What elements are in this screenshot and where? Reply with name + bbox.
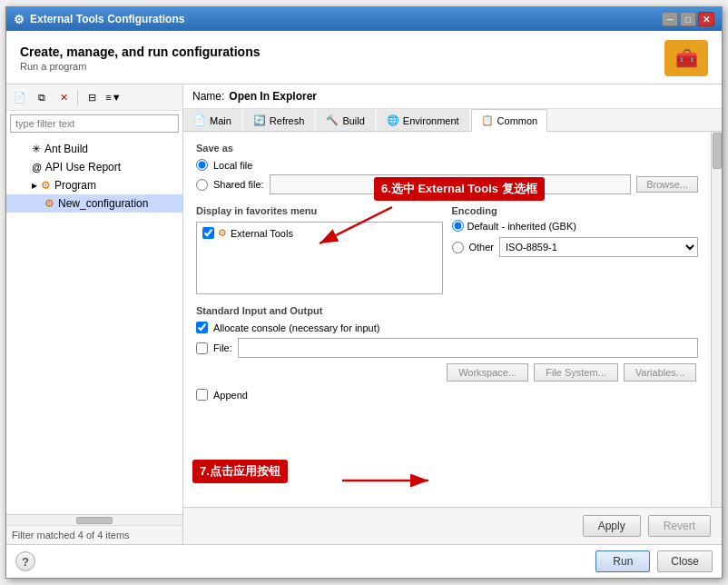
main-tab-icon: 📄	[193, 114, 206, 126]
left-panel: 📄 ⧉ ✕ ⊟ ≡▼ ✳ Ant Build @ API Use Report …	[6, 84, 183, 544]
encoding-default-label: Default - inherited (GBK)	[467, 221, 576, 232]
close-button[interactable]: Close	[657, 550, 713, 572]
local-file-radio[interactable]	[196, 159, 208, 171]
right-scrollbar[interactable]	[711, 132, 722, 507]
file-buttons: Workspace... File System... Variables...	[196, 363, 698, 382]
append-checkbox[interactable]	[196, 389, 208, 401]
tab-main[interactable]: 📄 Main	[183, 109, 241, 131]
apply-button[interactable]: Apply	[583, 515, 641, 537]
run-button[interactable]: Run	[595, 550, 650, 572]
refresh-tab-icon: 🔄	[253, 114, 266, 126]
main-tab-label: Main	[210, 115, 231, 126]
std-io-section: Standard Input and Output Allocate conso…	[196, 305, 698, 401]
tree-item-ant-build[interactable]: ✳ Ant Build	[6, 140, 182, 158]
tree-area: ✳ Ant Build @ API Use Report ▸ ⚙ Program…	[6, 136, 182, 514]
new-config-label: New_configuration	[58, 197, 148, 210]
tab-environment[interactable]: 🌐 Environment	[377, 109, 469, 131]
program-icon: ⚙	[41, 179, 51, 192]
file-row: File:	[196, 338, 698, 358]
config-button[interactable]: ≡▼	[103, 87, 123, 107]
window-title: External Tools Configurations	[30, 13, 184, 25]
tree-item-program[interactable]: ▸ ⚙ Program	[6, 176, 182, 194]
horizontal-scroll[interactable]	[6, 514, 182, 525]
tab-common[interactable]: 📋 Common	[471, 109, 548, 132]
shared-file-input[interactable]	[270, 174, 631, 194]
save-as-label: Save as	[196, 143, 698, 154]
window-icon: ⚙	[14, 13, 25, 26]
display-favorites-list: ⚙ External Tools	[196, 222, 443, 294]
name-bar: Name: Open In Explorer	[183, 84, 722, 109]
encoding-other-radio[interactable]	[452, 242, 464, 253]
header-section: Create, manage, and run configurations R…	[6, 31, 722, 84]
build-tab-icon: 🔨	[326, 114, 339, 126]
toolbox-icon: 🧰	[675, 47, 698, 69]
tabs-bar: 📄 Main 🔄 Refresh 🔨 Build 🌐 Environment 📋	[183, 109, 722, 132]
variables-button[interactable]: Variables...	[624, 363, 696, 382]
encoding-default-radio[interactable]	[452, 220, 464, 232]
shared-file-radio[interactable]	[196, 179, 208, 191]
shared-file-label: Shared file:	[213, 179, 264, 190]
allocate-console-row: Allocate console (necessary for input)	[196, 322, 698, 333]
minimize-button[interactable]: ─	[662, 12, 678, 26]
maximize-button[interactable]: □	[680, 12, 696, 26]
toolbar-separator	[77, 89, 78, 105]
env-tab-icon: 🌐	[387, 114, 399, 126]
duplicate-config-button[interactable]: ⧉	[32, 87, 52, 107]
collapse-button[interactable]: ⊟	[82, 87, 102, 107]
encoding-default-row: Default - inherited (GBK)	[452, 220, 699, 232]
two-col-section: Display in favorites menu ⚙ External Too…	[196, 205, 698, 294]
tree-item-api-use-report[interactable]: @ API Use Report	[6, 158, 182, 176]
local-file-label: Local file	[213, 160, 252, 171]
new-config-button[interactable]: 📄	[10, 87, 30, 107]
workspace-button[interactable]: Workspace...	[447, 363, 528, 382]
name-label: Name:	[192, 90, 224, 103]
close-window-button[interactable]: ✕	[698, 12, 714, 26]
allocate-console-label: Allocate console (necessary for input)	[213, 322, 379, 333]
file-checkbox[interactable]	[196, 342, 208, 354]
browse-button[interactable]: Browse...	[636, 176, 698, 193]
common-tab-icon: 📋	[481, 114, 494, 126]
file-input[interactable]	[238, 338, 698, 358]
new-config-icon: ⚙	[44, 197, 54, 210]
display-favorites-label: Display in favorites menu	[196, 205, 443, 216]
std-io-label: Standard Input and Output	[196, 305, 698, 316]
append-label: Append	[213, 390, 248, 401]
save-as-section: Save as Local file Shared file: Browse..…	[196, 143, 698, 194]
right-panel: Name: Open In Explorer 📄 Main 🔄 Refresh …	[183, 84, 722, 544]
filesystem-button[interactable]: File System...	[534, 363, 618, 382]
api-use-icon: @	[32, 162, 42, 173]
external-tools-checkbox[interactable]	[202, 227, 214, 239]
common-tab-label: Common	[497, 115, 538, 126]
delete-config-button[interactable]: ✕	[54, 87, 74, 107]
tab-refresh[interactable]: 🔄 Refresh	[243, 109, 315, 131]
filter-input[interactable]	[10, 114, 179, 133]
tree-item-new-configuration[interactable]: ⚙ New_configuration	[6, 194, 182, 213]
help-button[interactable]: ?	[15, 551, 35, 571]
header-subtitle: Run a program	[20, 61, 261, 72]
apply-revert-bar: Apply Revert	[183, 507, 722, 544]
name-value: Open In Explorer	[229, 90, 317, 103]
title-bar-left: ⚙ External Tools Configurations	[14, 13, 184, 26]
external-tools-label: External Tools	[231, 228, 293, 239]
bottom-bar: ? Run Close	[6, 544, 722, 578]
encoding-select[interactable]: ISO-8859-1	[499, 237, 698, 257]
main-window: ⚙ External Tools Configurations ─ □ ✕ Cr…	[5, 6, 723, 579]
run-close-buttons: Run Close	[595, 550, 713, 572]
allocate-console-checkbox[interactable]	[196, 322, 208, 333]
header-icon: 🧰	[664, 40, 708, 76]
title-controls: ─ □ ✕	[662, 12, 714, 26]
local-file-row: Local file	[196, 159, 698, 171]
append-row: Append	[196, 389, 698, 401]
header-text: Create, manage, and run configurations R…	[20, 45, 261, 72]
shared-file-row: Shared file: Browse...	[196, 174, 698, 194]
revert-button[interactable]: Revert	[648, 515, 711, 537]
ant-build-icon: ✳	[32, 143, 41, 155]
header-title: Create, manage, and run configurations	[20, 45, 261, 59]
title-bar: ⚙ External Tools Configurations ─ □ ✕	[6, 7, 722, 31]
build-tab-label: Build	[342, 115, 364, 126]
tab-build[interactable]: 🔨 Build	[316, 109, 374, 131]
encoding-section: Encoding Default - inherited (GBK) Other…	[452, 205, 699, 294]
api-use-label: API Use Report	[45, 161, 121, 174]
hscroll-thumb	[76, 517, 113, 524]
display-favorites-section: Display in favorites menu ⚙ External Too…	[196, 205, 443, 294]
